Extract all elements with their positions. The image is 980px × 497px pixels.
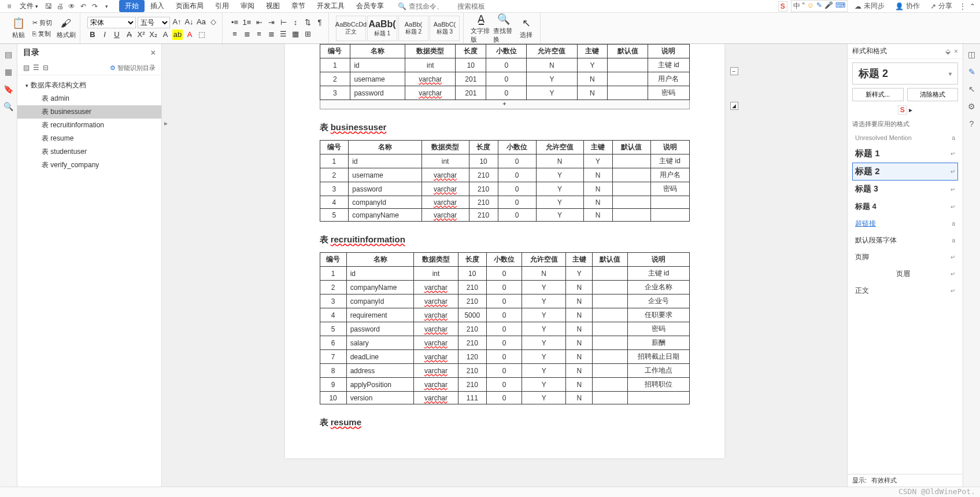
table-cell[interactable]: varchar bbox=[414, 350, 458, 364]
table-cell[interactable]: 111 bbox=[458, 392, 487, 404]
style-entry[interactable]: Unresolved Mentiona bbox=[852, 131, 958, 145]
table-cell[interactable]: Y bbox=[522, 322, 566, 336]
tab-开始[interactable]: 开始 bbox=[119, 0, 145, 12]
undo-icon[interactable]: ↶ bbox=[79, 2, 88, 11]
table-cell[interactable]: companyName bbox=[349, 209, 421, 222]
table-cell[interactable]: 0 bbox=[498, 196, 536, 209]
table-businessuser[interactable]: 编号名称数据类型长度小数位允许空值主键默认值说明1idint100NY主键 id… bbox=[320, 140, 690, 222]
table-cell[interactable]: N bbox=[566, 378, 593, 392]
table-cell[interactable]: 0 bbox=[487, 267, 522, 281]
table-cell[interactable]: varchar bbox=[414, 392, 458, 404]
table-cell[interactable]: varchar bbox=[414, 378, 458, 392]
template-search-input[interactable] bbox=[457, 2, 504, 10]
style-entry[interactable]: 页眉↵ bbox=[852, 266, 958, 282]
table-cell[interactable]: Y bbox=[522, 378, 566, 392]
clear-format-icon[interactable]: ◇ bbox=[208, 17, 219, 27]
table-cell[interactable]: varchar bbox=[405, 86, 456, 100]
thumbnails-icon[interactable]: ▦ bbox=[5, 67, 12, 76]
table-cell[interactable]: id bbox=[346, 267, 414, 281]
table-row[interactable]: 8addressvarchar2100YN工作地点 bbox=[320, 364, 689, 378]
style-entry[interactable]: 标题 3↵ bbox=[852, 181, 958, 198]
table-cell[interactable]: 任职要求 bbox=[628, 308, 689, 322]
table-cell[interactable]: 210 bbox=[469, 209, 498, 222]
decrease-indent-icon[interactable]: ⇤ bbox=[254, 17, 264, 28]
table-cell[interactable]: 2 bbox=[320, 168, 349, 182]
app-menu-icon[interactable]: ≡ bbox=[5, 2, 14, 11]
table-cell[interactable]: 招聘职位 bbox=[628, 378, 689, 392]
style-entry[interactable]: 标题 2↵ bbox=[852, 163, 958, 181]
table-cell[interactable] bbox=[628, 392, 689, 404]
table-row[interactable]: 3passwordvarchar2010YN密码 bbox=[320, 86, 689, 100]
table-cell[interactable]: companyId bbox=[346, 294, 414, 308]
table-cell[interactable]: 0 bbox=[498, 168, 536, 182]
char-border-icon[interactable]: ⬚ bbox=[197, 30, 207, 40]
more-icon[interactable]: ⋮ bbox=[959, 2, 966, 10]
table-cell[interactable]: 0 bbox=[487, 322, 522, 336]
table-cell[interactable] bbox=[612, 154, 650, 168]
table-cell[interactable] bbox=[608, 72, 648, 86]
collapse-ribbon-icon[interactable]: ⌃ bbox=[970, 2, 975, 10]
table-cell[interactable]: Y bbox=[522, 350, 566, 364]
table-row[interactable]: 4requirementvarchar50000YN任职要求 bbox=[320, 308, 689, 322]
table-cell[interactable] bbox=[612, 182, 650, 196]
underline-icon[interactable]: U bbox=[112, 30, 122, 40]
table-cell[interactable]: 210 bbox=[469, 168, 498, 182]
sync-button[interactable]: ☁未同步 bbox=[851, 0, 888, 12]
table-cell[interactable]: 0 bbox=[487, 281, 522, 294]
table-cell[interactable]: 4 bbox=[320, 196, 349, 209]
settings-icon[interactable]: ⚙ bbox=[968, 102, 975, 111]
tab-stops-icon[interactable]: ⊢ bbox=[278, 17, 289, 28]
table-row[interactable]: 3passwordvarchar2100YN密码 bbox=[320, 182, 689, 196]
table-cell[interactable] bbox=[593, 322, 628, 336]
table-cell[interactable]: 0 bbox=[498, 154, 536, 168]
change-case-icon[interactable]: Aa bbox=[196, 17, 206, 27]
table-cell[interactable]: 0 bbox=[487, 392, 522, 404]
table-cell[interactable]: int bbox=[405, 58, 456, 72]
table-cell[interactable]: 9 bbox=[320, 378, 346, 392]
select-button[interactable]: ↖选择 bbox=[516, 14, 537, 42]
table-cell[interactable]: 主键 id bbox=[628, 267, 689, 281]
table-cell[interactable]: 1 bbox=[320, 267, 346, 281]
table-cell[interactable]: Y bbox=[536, 196, 583, 209]
table-cell[interactable]: 120 bbox=[458, 350, 487, 364]
table-cell[interactable]: address bbox=[346, 364, 414, 378]
table-cell[interactable]: 8 bbox=[320, 364, 346, 378]
heading-recruitinformation[interactable]: 表 recruitinformation bbox=[320, 234, 690, 245]
table-cell[interactable]: varchar bbox=[421, 168, 469, 182]
share-button[interactable]: ↗分享 bbox=[927, 0, 956, 12]
table-cell[interactable]: varchar bbox=[414, 281, 458, 294]
preview-icon[interactable]: 👁 bbox=[67, 2, 76, 11]
styles-icon[interactable]: ✎ bbox=[968, 67, 975, 76]
outline-tab-icon[interactable]: ▤ bbox=[5, 50, 12, 59]
table-cell[interactable]: Y bbox=[522, 364, 566, 378]
table-cell[interactable]: password bbox=[349, 182, 421, 196]
line-spacing-icon[interactable]: ↕ bbox=[290, 17, 301, 28]
outline-item[interactable]: 表 recruitinformation bbox=[17, 119, 161, 132]
table-cell[interactable]: 0 bbox=[498, 209, 536, 222]
shading-icon[interactable]: ▦ bbox=[290, 29, 301, 39]
table-row[interactable]: 4companyIdvarchar2100YN bbox=[320, 196, 689, 209]
show-marks-icon[interactable]: ¶ bbox=[315, 17, 325, 28]
table-cell[interactable]: 210 bbox=[458, 378, 487, 392]
outline-item[interactable]: 表 resume bbox=[17, 132, 161, 145]
table-cell[interactable]: password bbox=[346, 322, 414, 336]
table-cell[interactable]: Y bbox=[522, 392, 566, 404]
table-cell[interactable]: 1 bbox=[320, 58, 350, 72]
current-style-display[interactable]: 标题 2▾ bbox=[852, 62, 958, 84]
shrink-font-icon[interactable]: A↓ bbox=[184, 17, 194, 27]
table-cell[interactable]: 210 bbox=[458, 281, 487, 294]
table-cell[interactable]: 210 bbox=[469, 182, 498, 196]
table-cell[interactable]: version bbox=[346, 392, 414, 404]
table-row[interactable]: 2companyNamevarchar2100YN企业名称 bbox=[320, 281, 689, 294]
table-cell[interactable]: 6 bbox=[320, 336, 346, 350]
table-cell[interactable]: varchar bbox=[405, 72, 456, 86]
pin-icon[interactable]: ⬙ bbox=[945, 47, 951, 56]
table-cell[interactable]: 10 bbox=[458, 267, 487, 281]
table-cell[interactable]: Y bbox=[536, 168, 583, 182]
table-cell[interactable]: 密码 bbox=[650, 182, 689, 196]
table-cell[interactable]: varchar bbox=[414, 364, 458, 378]
table-row[interactable]: 5passwordvarchar2100YN密码 bbox=[320, 322, 689, 336]
style-entry[interactable]: 超链接a bbox=[852, 215, 958, 232]
ime-toolbar[interactable]: 中“☺✎🎤⌨ bbox=[791, 0, 848, 12]
table-cell[interactable] bbox=[593, 267, 628, 281]
